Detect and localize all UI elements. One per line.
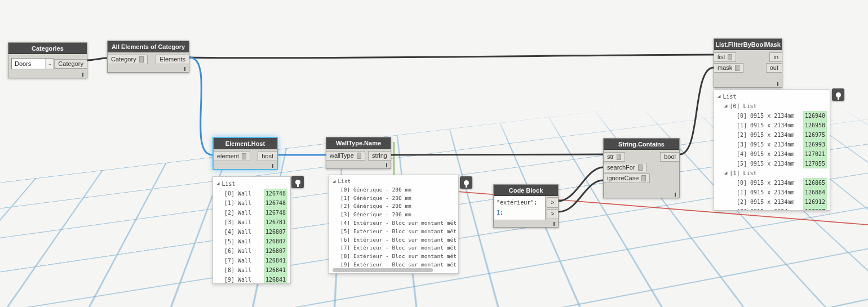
item-label: [4] Extérieur - Bloc sur montant mét bbox=[340, 219, 457, 228]
list-item: [3] Wall126781 bbox=[213, 217, 290, 227]
list-item: [1] 0915 x 2134mm126958 bbox=[714, 121, 830, 130]
port-output-in[interactable]: in bbox=[769, 52, 782, 62]
port-output-bool[interactable]: bool bbox=[660, 152, 679, 162]
code-line-1[interactable]: "extérieur"; bbox=[497, 198, 543, 208]
pin-preview-button[interactable] bbox=[832, 88, 844, 101]
node-code-block[interactable]: Code Block "extérieur"; 1; > > bbox=[493, 184, 559, 228]
preview-group-row[interactable]: ◢[0] List bbox=[714, 101, 830, 111]
item-label: [0] 0915 x 2134mm bbox=[737, 111, 794, 121]
node-header[interactable]: Code Block bbox=[494, 185, 558, 196]
port-input-ignorecase[interactable]: ignoreCase bbox=[604, 173, 650, 183]
node-string-contains[interactable]: String.Contains str bool searchFor bbox=[603, 138, 680, 198]
pin-preview-button[interactable] bbox=[291, 176, 304, 188]
group-label: [1] List bbox=[729, 168, 756, 178]
expander-icon[interactable]: ◢ bbox=[216, 179, 219, 189]
port-input-str[interactable]: str bbox=[604, 152, 625, 162]
port-input-element[interactable]: element bbox=[214, 152, 250, 161]
node-header[interactable]: Element.Host bbox=[214, 138, 277, 149]
wire-elements-to-elementhost[interactable] bbox=[189, 57, 212, 155]
pin-preview-button[interactable] bbox=[460, 176, 472, 189]
preview-bubble-element-host[interactable]: ◢List [0] Wall126748 [1] Wall126748 [2] … bbox=[212, 176, 291, 284]
port-output-out[interactable]: out bbox=[766, 63, 782, 73]
element-id-badge: 126993 bbox=[803, 140, 827, 149]
node-header[interactable]: All Elements of Category bbox=[108, 41, 189, 52]
item-label: [4] 0915 x 2134mm bbox=[737, 149, 794, 159]
list-item: [2] 0915 x 2134mm126912 bbox=[714, 197, 830, 207]
port-label: bool bbox=[664, 153, 676, 160]
chevron-down-icon[interactable]: ⌄ bbox=[45, 59, 54, 69]
dynamo-graph-canvas[interactable]: Categories Doors ⌄ Category All Elements… bbox=[0, 0, 868, 307]
node-all-elements-of-category[interactable]: All Elements of Category Category Elemen… bbox=[107, 41, 189, 73]
category-dropdown[interactable]: Doors ⌄ bbox=[11, 58, 54, 69]
element-id-badge: 126927 bbox=[803, 207, 827, 211]
expander-icon[interactable]: ◢ bbox=[718, 92, 720, 101]
lacing-indicator bbox=[184, 67, 185, 71]
expander-icon[interactable]: ◢ bbox=[724, 168, 727, 178]
element-id-badge: 126841 bbox=[264, 256, 287, 265]
pin-icon bbox=[464, 180, 469, 185]
preview-group-row[interactable]: ◢[1] List bbox=[714, 168, 830, 178]
port-output-codeblock-2[interactable]: > bbox=[547, 209, 558, 220]
lacing-indicator bbox=[777, 82, 778, 86]
element-id-badge: 126841 bbox=[264, 275, 287, 284]
item-label: [0] 0915 x 2134mm bbox=[737, 178, 794, 188]
port-output-host[interactable]: host bbox=[258, 152, 277, 161]
horizontal-scrollbar[interactable] bbox=[333, 268, 433, 272]
node-header[interactable]: Categories bbox=[8, 43, 87, 54]
element-id-badge: 126865 bbox=[803, 178, 827, 188]
node-list-filterbyboolmask[interactable]: List.FilterByBoolMask list in mask out bbox=[714, 38, 782, 88]
list-item: [7] Extérieur - Bloc sur montant mét bbox=[329, 244, 458, 252]
list-item: [4] 0915 x 2134mm127021 bbox=[714, 149, 830, 159]
node-header[interactable]: WallType.Name bbox=[326, 137, 391, 149]
node-element-host[interactable]: Element.Host element host bbox=[212, 137, 278, 170]
node-header[interactable]: String.Contains bbox=[604, 139, 679, 150]
port-input-category[interactable]: Category bbox=[108, 55, 148, 64]
expander-icon[interactable]: ◢ bbox=[333, 177, 335, 186]
lacing-indicator bbox=[386, 163, 387, 167]
code-editor[interactable]: "extérieur"; 1; bbox=[494, 196, 546, 220]
item-label: [3] Générique - 200 mm bbox=[340, 211, 411, 219]
wire-bool-to-mask[interactable] bbox=[680, 68, 714, 154]
item-label: [4] Wall bbox=[224, 227, 251, 237]
list-item: [0] 0915 x 2134mm126940 bbox=[714, 111, 830, 121]
port-output-category[interactable]: Category bbox=[54, 59, 87, 69]
list-item: [8] Extérieur - Bloc sur montant mét bbox=[329, 252, 458, 261]
item-label: [1] Générique - 200 mm bbox=[340, 194, 411, 203]
item-label: [2] Wall bbox=[224, 208, 251, 217]
node-categories[interactable]: Categories Doors ⌄ Category bbox=[8, 42, 87, 78]
item-label: [3] 0915 x 2134mm bbox=[737, 207, 794, 211]
wire-elements-to-list[interactable] bbox=[189, 55, 714, 58]
port-output-elements[interactable]: Elements bbox=[156, 55, 189, 64]
node-walltype-name[interactable]: WallType.Name wallType string bbox=[326, 137, 391, 169]
list-item: [5] Extérieur - Bloc sur montant mét bbox=[329, 228, 458, 236]
node-header[interactable]: List.FilterByBoolMask bbox=[714, 39, 782, 50]
preview-bubble-filterbyboolmask[interactable]: ◢List ◢[0] List [0] 0915 x 2134mm126940 … bbox=[714, 89, 830, 211]
preview-bubble-walltype-name[interactable]: ◢List [0] Générique - 200 mm [1] Génériq… bbox=[329, 175, 459, 274]
port-output-string[interactable]: string bbox=[368, 151, 391, 161]
code-line-2[interactable]: 1; bbox=[497, 208, 543, 218]
wire-categories-to-allelements[interactable] bbox=[87, 58, 108, 60]
port-label: Category bbox=[111, 56, 136, 63]
port-default-marker bbox=[242, 153, 246, 159]
port-input-list[interactable]: list bbox=[714, 52, 736, 62]
preview-root-row[interactable]: ◢List bbox=[714, 92, 830, 101]
port-input-searchfor[interactable]: searchFor bbox=[604, 163, 646, 172]
expander-icon[interactable]: ◢ bbox=[724, 101, 727, 111]
item-label: [2] 0915 x 2134mm bbox=[737, 130, 794, 140]
preview-root-row[interactable]: ◢List bbox=[213, 179, 290, 189]
port-input-walltype[interactable]: wallType bbox=[326, 151, 365, 161]
list-item: [4] Extérieur - Bloc sur montant mét bbox=[329, 219, 458, 228]
item-label: [1] 0915 x 2134mm bbox=[737, 188, 794, 197]
item-label: [0] Générique - 200 mm bbox=[340, 186, 411, 194]
port-default-marker bbox=[641, 175, 646, 181]
list-item: [4] Wall126807 bbox=[213, 227, 290, 237]
list-item: [5] Wall126807 bbox=[213, 237, 290, 246]
item-label: [1] 0915 x 2134mm bbox=[737, 121, 794, 130]
preview-root-row[interactable]: ◢List bbox=[329, 177, 458, 186]
item-label: [6] Extérieur - Bloc sur montant mét bbox=[340, 236, 457, 244]
port-input-mask[interactable]: mask bbox=[714, 63, 743, 73]
port-output-codeblock-1[interactable]: > bbox=[547, 197, 558, 208]
element-id-badge: 127055 bbox=[803, 159, 827, 168]
item-label: [0] Wall bbox=[224, 189, 251, 198]
wire-string-to-str[interactable] bbox=[391, 154, 603, 155]
